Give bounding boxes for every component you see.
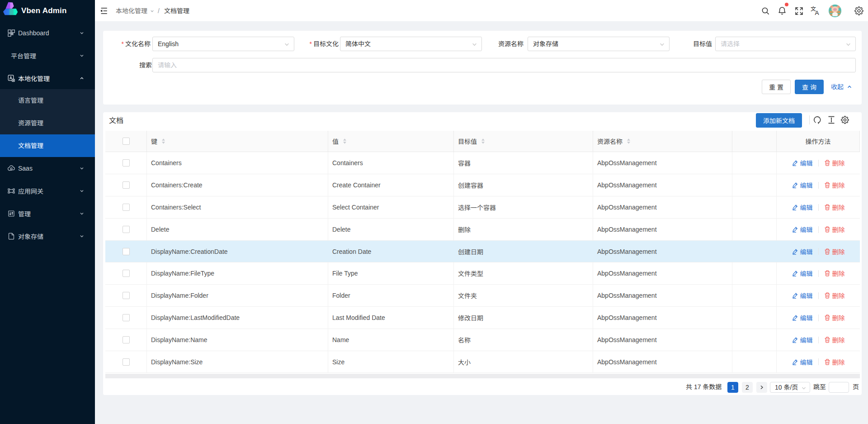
svg-text:A: A xyxy=(815,10,819,16)
